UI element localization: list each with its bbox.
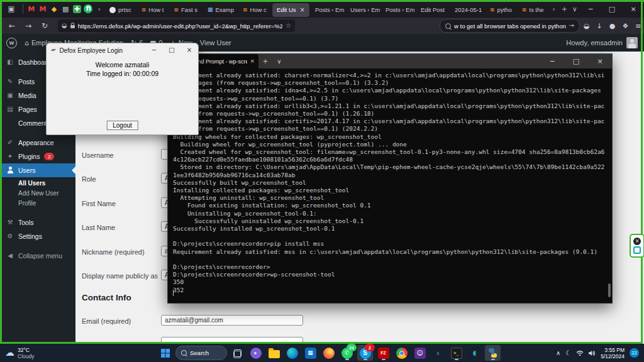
sidebar-label: Plugins (18, 153, 40, 160)
pinned-tab-app-green[interactable]: ✚ (71, 2, 82, 16)
submenu-item-profile[interactable]: Profile (18, 199, 75, 209)
browser-search-bar[interactable]: w to get all browser tabs opened in pyth… (440, 19, 580, 33)
browser-tab-active[interactable]: Edit Us× (272, 3, 309, 17)
terminal-output[interactable]: Requirement already satisfied: charset-n… (168, 69, 612, 297)
browser-tab[interactable]: prtsc (105, 3, 136, 17)
terminal-maximize-button[interactable]: □ (564, 54, 588, 69)
sidebar-item-settings[interactable]: ⚙Settings (0, 229, 75, 243)
pinned-tab-binance[interactable]: ◆ (48, 2, 60, 16)
browser-tab[interactable]: Posts ‹ Em (311, 3, 345, 17)
tab-label: Edit Post (421, 6, 445, 13)
browser-tab[interactable]: ▦Examp (203, 3, 237, 17)
tab-scroll-left-button[interactable]: ‹ (94, 6, 105, 13)
dialog-close-button[interactable]: × (180, 43, 198, 57)
taskbar-weather-widget[interactable]: ☁ 32°C Cloudy (5, 347, 34, 359)
taskbar-clock[interactable]: 3:55 PM 5/12/2024 (601, 347, 625, 359)
forward-button[interactable]: → (20, 22, 36, 30)
dialog-titlebar[interactable]: ✒ Defox Employee Login − □ × (47, 43, 198, 57)
submenu-item-add-new-user[interactable]: Add New User (18, 189, 75, 199)
sidebar-item-tools[interactable]: ⚒Tools (0, 216, 75, 229)
sidebar-item-plugins[interactable]: ✦Plugins2 (0, 150, 75, 163)
dark-app-icon[interactable]: ◖ (467, 345, 482, 361)
terminal-titlebar[interactable]: Command Prompt - wp-scree × + ∨ − □ × (168, 54, 612, 69)
skype-icon[interactable]: S2 (357, 345, 373, 361)
tray-chevron-up-icon[interactable]: ∧ (556, 350, 560, 356)
notification-count-badge[interactable]: 22 (630, 348, 639, 358)
terminal-app-icon[interactable]: >_ (448, 345, 464, 361)
browser-tab[interactable]: Edit Post (416, 3, 449, 17)
tab-list-button[interactable]: ∨ (570, 6, 580, 13)
logout-button[interactable]: Logout (106, 121, 138, 130)
edge-browser-icon[interactable] (284, 345, 300, 361)
pinned-tab-gmail-2[interactable]: M (37, 2, 48, 16)
cloud-icon: ☁ (5, 348, 14, 358)
stop-capture-icon[interactable]: × (633, 238, 641, 245)
plus-app-icon: ✚ (73, 5, 81, 13)
browser-tab[interactable]: ≡How t (137, 3, 169, 17)
browser-tab[interactable]: Posts ‹ Em (381, 3, 415, 17)
start-button[interactable] (157, 345, 173, 361)
bookmark-star-icon[interactable]: ☆ (286, 23, 291, 29)
notification-icon[interactable]: ☾ (565, 350, 571, 356)
sidebar-item-collapse-menu[interactable]: ◀Collapse menu (0, 249, 75, 263)
extension-icon[interactable]: ❖ (622, 23, 628, 30)
window-maximize-button[interactable]: □ (601, 0, 623, 18)
filezilla-icon[interactable]: FZ (375, 345, 391, 361)
window-minimize-button[interactable]: − (580, 0, 601, 18)
sidebar-item-appearance[interactable]: ✐Appearance (0, 136, 75, 150)
capture-extension-icon[interactable] (633, 246, 641, 254)
firefox-view-button[interactable]: ▣ (5, 3, 18, 15)
whatsapp-icon[interactable]: ✆24 (339, 345, 355, 361)
capture-widget[interactable]: × (630, 234, 644, 258)
taskbar-search[interactable]: Search (175, 346, 227, 360)
browser-tab[interactable]: ≡Is the (518, 3, 548, 17)
new-tab-button[interactable]: + (559, 6, 570, 13)
privacy-extension-icon[interactable]: ◒ (584, 23, 590, 30)
tab-scroll-right-button[interactable]: › (549, 6, 560, 13)
python-app-icon[interactable] (485, 345, 501, 361)
task-view-button[interactable] (230, 345, 245, 361)
clipchamp-app-icon[interactable]: ▸ (248, 345, 264, 361)
dialog-maximize-button[interactable]: □ (163, 43, 180, 57)
terminal-close-button[interactable]: × (588, 54, 612, 69)
browser-tab[interactable]: ≡Fast s (170, 3, 202, 17)
adblock-icon[interactable]: ● (609, 23, 616, 30)
dialog-minimize-button[interactable]: − (145, 43, 163, 57)
submenu-item-all-users[interactable]: All Users (18, 178, 75, 189)
sidebar-item-users[interactable]: Users (0, 163, 75, 177)
pinned-tab-fiverr[interactable]: fi (82, 2, 94, 16)
admin-bar-account[interactable]: Howdy, emsadmin (566, 37, 638, 48)
tab-close-icon[interactable]: × (300, 7, 305, 13)
lock-icon[interactable] (70, 25, 75, 28)
browser-tab[interactable]: 2024-05-1 (450, 3, 484, 17)
chrome-icon[interactable] (394, 345, 409, 361)
microsoft-store-icon[interactable]: ▦ (303, 345, 318, 361)
terminal-minimize-button[interactable]: − (540, 54, 564, 69)
go-arrow-icon[interactable]: → (569, 23, 574, 29)
sidebar-label: Settings (18, 233, 42, 240)
wordpress-logo-icon[interactable]: W (6, 38, 17, 48)
email-field[interactable] (161, 315, 303, 326)
terminal-tab-dropdown-button[interactable]: ∨ (272, 58, 286, 65)
tab-close-icon[interactable]: × (250, 58, 255, 64)
volume-icon[interactable] (589, 350, 596, 356)
firefox-icon[interactable] (321, 345, 336, 361)
pinned-tab-app[interactable]: ▩ (60, 2, 71, 16)
back-button[interactable]: ← (4, 22, 20, 30)
wifi-icon[interactable] (576, 350, 584, 356)
vscode-icon[interactable]: ‹ (430, 345, 446, 361)
admin-bar-view-user[interactable]: View User (200, 39, 231, 47)
reload-button[interactable]: ↻ (36, 22, 53, 30)
terminal-new-tab-button[interactable]: + (258, 58, 272, 65)
file-explorer-icon[interactable] (266, 345, 282, 361)
browser-tab[interactable]: ≡pytho (486, 3, 516, 17)
terminal-scrollbar[interactable] (608, 283, 611, 297)
download-icon[interactable]: ↓ (597, 23, 602, 30)
purple-mask-app-icon[interactable]: ☺ (412, 345, 428, 361)
whatsapp-badge: 24 (347, 344, 357, 351)
browser-tab[interactable]: ≡How c (238, 3, 271, 17)
url-bar[interactable]: ◒ https://ems.defox.pk/wp-admin/user-edi… (58, 19, 295, 32)
pinned-tab-gmail[interactable]: M (26, 2, 37, 16)
browser-tab[interactable]: Users ‹ Em (346, 3, 380, 17)
shield-icon[interactable]: ◒ (62, 23, 67, 29)
